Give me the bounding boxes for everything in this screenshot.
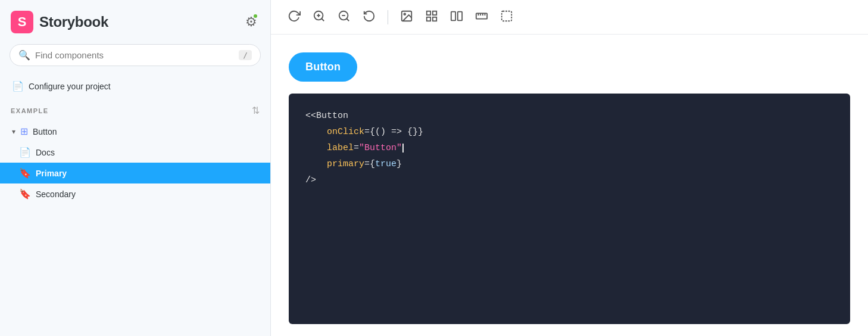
settings-button[interactable]: ⚙ xyxy=(243,12,260,32)
reset-zoom-icon xyxy=(363,10,376,24)
svg-rect-13 xyxy=(451,12,455,21)
sidebar-nav: 📄 Configure your project EXAMPLE ⇅ ▾ ⊞ B… xyxy=(0,76,270,336)
reload-button[interactable] xyxy=(283,6,305,28)
code-tag-name: <Button xyxy=(311,111,348,121)
code-tag-open: < xyxy=(305,111,311,121)
grid-icon: ⊞ xyxy=(20,126,28,137)
toolbar-divider-1 xyxy=(388,10,388,24)
svg-rect-20 xyxy=(502,11,512,21)
storybook-logo-icon: S xyxy=(11,11,33,33)
code-line-1: <<Button xyxy=(305,108,833,124)
code-value-primary: true xyxy=(375,159,396,169)
svg-line-1 xyxy=(321,18,324,21)
sort-icon[interactable]: ⇅ xyxy=(252,105,260,116)
grid-view-icon xyxy=(425,10,438,24)
component-preview: Button xyxy=(289,52,850,82)
sidebar-header: S Storybook ⚙ xyxy=(0,0,270,42)
code-attr-onclick: onClick xyxy=(327,127,364,137)
search-icon: 🔍 xyxy=(18,51,30,60)
svg-line-5 xyxy=(346,18,349,21)
configure-icon: 📄 xyxy=(12,80,24,92)
outline-button[interactable] xyxy=(495,6,518,28)
code-self-close: /> xyxy=(305,175,316,185)
svg-rect-10 xyxy=(433,11,436,15)
zoom-in-icon xyxy=(313,10,326,24)
code-attr-label: label xyxy=(327,143,354,153)
measure-button[interactable] xyxy=(470,6,493,28)
zoom-in-button[interactable] xyxy=(308,6,330,28)
reload-icon xyxy=(288,10,301,24)
zoom-out-icon xyxy=(338,10,351,24)
code-block: <<Button onClick={() => {}} label="Butto… xyxy=(289,94,850,324)
zoom-out-button[interactable] xyxy=(333,6,355,28)
example-section-header: EXAMPLE ⇅ xyxy=(0,97,270,121)
configure-project-item[interactable]: 📄 Configure your project xyxy=(0,76,270,97)
preview-area: Button <<Button onClick={() => {}} label… xyxy=(271,35,868,336)
sidebar-item-primary[interactable]: 🔖 Primary xyxy=(0,163,270,183)
main-area: Button <<Button onClick={() => {}} label… xyxy=(271,0,868,336)
chevron-down-icon: ▾ xyxy=(12,127,15,136)
code-line-4: primary={true} xyxy=(305,156,833,172)
docs-label: Docs xyxy=(36,148,55,157)
button-group-label: Button xyxy=(33,127,57,136)
code-line-2: onClick={() => {}} xyxy=(305,124,833,140)
outline-icon xyxy=(500,10,513,24)
app-title: Storybook xyxy=(39,14,108,30)
code-line-3: label="Button" xyxy=(305,140,833,156)
configure-label: Configure your project xyxy=(29,82,111,91)
code-attr-primary: primary xyxy=(327,159,364,169)
pages-icon xyxy=(450,10,463,24)
svg-rect-14 xyxy=(458,12,462,21)
sidebar: S Storybook ⚙ 🔍 / 📄 Configure your proje… xyxy=(0,0,271,336)
docs-icon: 📄 xyxy=(19,147,31,158)
search-input[interactable] xyxy=(35,50,234,60)
sidebar-item-secondary[interactable]: 🔖 Secondary xyxy=(0,183,270,204)
preview-button[interactable]: Button xyxy=(289,52,357,82)
image-icon xyxy=(400,10,413,24)
toolbar xyxy=(271,0,868,35)
svg-rect-9 xyxy=(427,11,430,15)
sidebar-item-button-group[interactable]: ▾ ⊞ Button xyxy=(0,121,270,142)
primary-label: Primary xyxy=(36,169,67,178)
secondary-label: Secondary xyxy=(36,189,76,199)
notification-dot xyxy=(252,13,258,19)
measure-icon xyxy=(475,10,488,24)
code-value-label: "Button" xyxy=(359,143,402,153)
reset-zoom-button[interactable] xyxy=(358,6,380,28)
view-image-button[interactable] xyxy=(395,6,418,28)
svg-rect-12 xyxy=(433,17,436,21)
logo-area: S Storybook xyxy=(11,11,108,33)
view-grid-button[interactable] xyxy=(420,6,443,28)
svg-rect-15 xyxy=(476,13,487,18)
sidebar-item-docs[interactable]: 📄 Docs xyxy=(0,142,270,163)
secondary-bookmark-icon: 🔖 xyxy=(19,188,31,200)
section-label: EXAMPLE xyxy=(11,107,49,114)
search-bar[interactable]: 🔍 / xyxy=(10,44,261,66)
svg-rect-11 xyxy=(427,17,430,21)
view-pages-button[interactable] xyxy=(445,6,468,28)
svg-point-8 xyxy=(404,13,405,15)
primary-bookmark-icon: 🔖 xyxy=(19,167,31,179)
code-line-5: /> xyxy=(305,172,833,188)
search-shortcut: / xyxy=(239,50,252,60)
